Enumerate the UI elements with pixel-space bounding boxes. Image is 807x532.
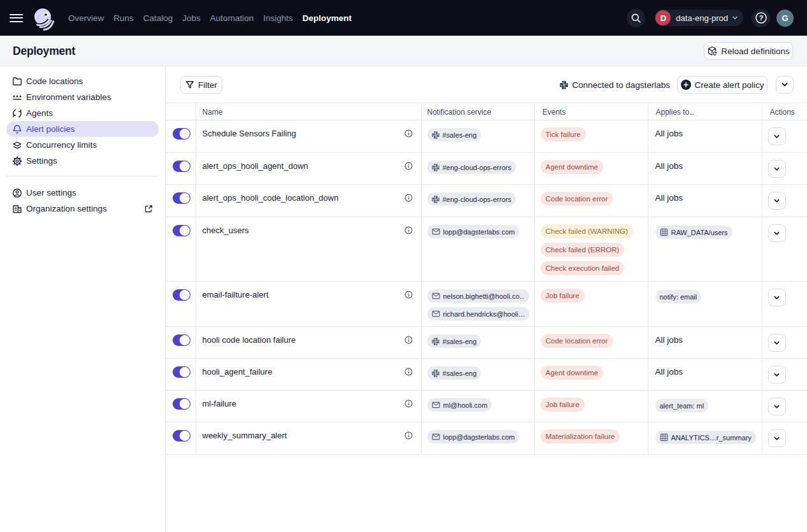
- svg-text:?: ?: [759, 14, 763, 22]
